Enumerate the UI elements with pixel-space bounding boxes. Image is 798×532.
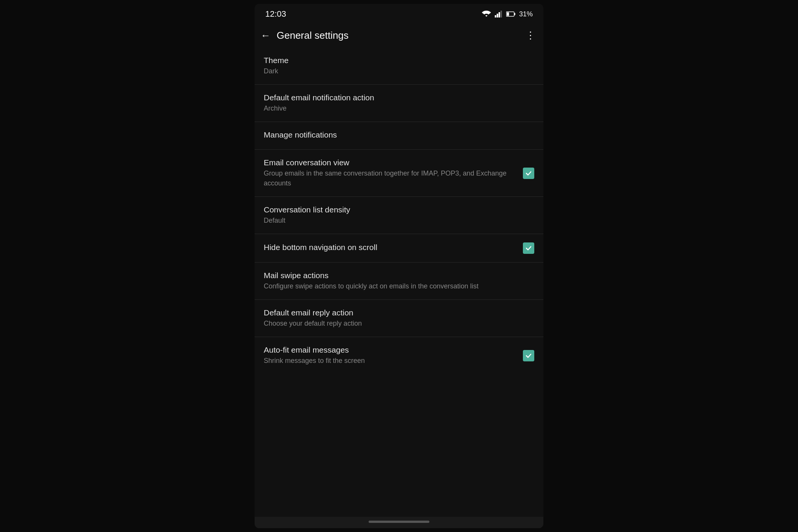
svg-rect-5 [514, 13, 515, 15]
page-title: General settings [277, 30, 348, 41]
settings-item-content-hide-bottom-nav: Hide bottom navigation on scroll [264, 243, 523, 253]
checkmark-icon-3 [525, 352, 532, 359]
checkmark-icon-2 [525, 244, 532, 252]
settings-item-title-list-density: Conversation list density [264, 205, 528, 214]
checkbox-auto-fit[interactable] [523, 350, 534, 361]
settings-item-title-conversation-view: Email conversation view [264, 158, 517, 167]
phone-container: 12:03 31% [255, 4, 543, 528]
settings-item-mail-swipe[interactable]: Mail swipe actions Configure swipe actio… [255, 263, 543, 300]
settings-list: Theme Dark Default email notification ac… [255, 48, 543, 517]
settings-item-content-reply-action: Default email reply action Choose your d… [264, 308, 534, 328]
back-button[interactable]: ← [261, 30, 271, 41]
settings-item-content-notification: Default email notification action Archiv… [264, 93, 534, 113]
status-time: 12:03 [265, 9, 286, 19]
settings-item-content-auto-fit: Auto-fit email messages Shrink messages … [264, 345, 523, 366]
svg-rect-6 [507, 13, 509, 16]
svg-rect-2 [499, 12, 500, 17]
battery-percentage: 31% [519, 10, 533, 18]
settings-item-manage-notifications[interactable]: Manage notifications [255, 122, 543, 150]
settings-item-subtitle-notification: Archive [264, 104, 528, 113]
overflow-menu-button[interactable]: ⋮ [526, 30, 536, 41]
settings-item-theme[interactable]: Theme Dark [255, 48, 543, 85]
settings-item-subtitle-conversation-view: Group emails in the same conversation to… [264, 169, 517, 188]
settings-item-hide-bottom-nav[interactable]: Hide bottom navigation on scroll [255, 234, 543, 263]
signal-icon [495, 11, 502, 17]
checkbox-conversation-view[interactable] [523, 168, 534, 179]
battery-icon [506, 11, 515, 17]
settings-item-title-reply-action: Default email reply action [264, 308, 528, 317]
checkmark-icon [525, 169, 532, 177]
settings-item-content-mail-swipe: Mail swipe actions Configure swipe actio… [264, 271, 534, 291]
settings-item-auto-fit[interactable]: Auto-fit email messages Shrink messages … [255, 337, 543, 374]
svg-rect-1 [497, 14, 498, 17]
settings-item-list-density[interactable]: Conversation list density Default [255, 197, 543, 234]
wifi-icon [482, 11, 491, 17]
settings-item-subtitle-mail-swipe: Configure swipe actions to quickly act o… [264, 282, 528, 291]
checkbox-hide-bottom-nav[interactable] [523, 242, 534, 254]
svg-rect-0 [495, 15, 496, 17]
settings-item-content-conversation-view: Email conversation view Group emails in … [264, 158, 523, 188]
status-bar: 12:03 31% [255, 4, 543, 24]
settings-item-content-theme: Theme Dark [264, 56, 534, 76]
header-left: ← General settings [261, 30, 348, 41]
settings-item-notification-action[interactable]: Default email notification action Archiv… [255, 85, 543, 122]
settings-item-title-mail-swipe: Mail swipe actions [264, 271, 528, 280]
settings-item-title-hide-bottom-nav: Hide bottom navigation on scroll [264, 243, 517, 252]
home-bar [369, 521, 429, 523]
settings-item-title-manage-notifications: Manage notifications [264, 130, 528, 139]
settings-item-title-theme: Theme [264, 56, 528, 65]
settings-item-title-notification: Default email notification action [264, 93, 528, 102]
status-icons: 31% [482, 10, 533, 18]
app-header: ← General settings ⋮ [255, 24, 543, 48]
settings-item-title-auto-fit: Auto-fit email messages [264, 345, 517, 355]
settings-item-conversation-view[interactable]: Email conversation view Group emails in … [255, 150, 543, 196]
settings-item-content-manage-notifications: Manage notifications [264, 130, 534, 141]
home-indicator [255, 517, 543, 528]
settings-item-reply-action[interactable]: Default email reply action Choose your d… [255, 300, 543, 337]
settings-item-subtitle-theme: Dark [264, 66, 528, 76]
settings-item-subtitle-list-density: Default [264, 216, 528, 225]
svg-rect-3 [500, 11, 502, 17]
settings-item-subtitle-reply-action: Choose your default reply action [264, 319, 528, 328]
settings-item-content-list-density: Conversation list density Default [264, 205, 534, 225]
settings-item-subtitle-auto-fit: Shrink messages to fit the screen [264, 356, 517, 366]
